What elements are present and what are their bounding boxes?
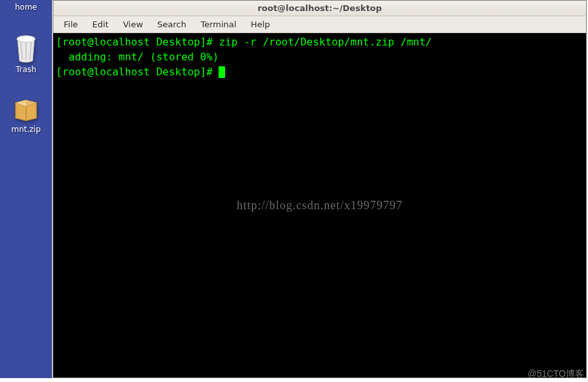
desktop-icon-trash[interactable]: Trash	[3, 34, 49, 74]
terminal-output: adding: mnt/ (stored 0%)	[56, 49, 583, 64]
window-title: root@localhost:~/Desktop	[258, 3, 382, 13]
menu-file[interactable]: File	[57, 18, 85, 31]
shell-prompt: [root@localhost Desktop]#	[56, 66, 219, 78]
menu-terminal[interactable]: Terminal	[194, 18, 243, 31]
svg-point-2	[17, 36, 35, 42]
cursor-block	[219, 66, 225, 78]
shell-command: zip -r /root/Desktop/mnt.zip /mnt/	[219, 36, 432, 48]
terminal-line: [root@localhost Desktop]#	[56, 64, 583, 79]
menu-view[interactable]: View	[116, 18, 150, 31]
menubar: File Edit View Search Terminal Help	[53, 16, 586, 33]
watermark-center: http://blog.csdn.net/x19979797	[237, 197, 403, 214]
desktop-icon-home[interactable]: home	[3, 0, 49, 12]
desktop-area: home Trash mnt.zip	[0, 0, 52, 378]
terminal-body[interactable]: [root@localhost Desktop]# zip -r /root/D…	[53, 33, 586, 377]
shell-prompt: [root@localhost Desktop]#	[56, 36, 219, 48]
desktop-icon-label: mnt.zip	[11, 125, 40, 134]
window-titlebar[interactable]: root@localhost:~/Desktop	[53, 1, 586, 16]
desktop-icon-mntzip[interactable]: mnt.zip	[3, 96, 49, 134]
desktop-icon-label: home	[15, 3, 37, 12]
desktop-icon-label: Trash	[16, 65, 36, 74]
menu-help[interactable]: Help	[244, 18, 276, 31]
menu-edit[interactable]: Edit	[86, 18, 115, 31]
menu-search[interactable]: Search	[151, 18, 193, 31]
terminal-line: [root@localhost Desktop]# zip -r /root/D…	[56, 34, 583, 49]
terminal-window: root@localhost:~/Desktop File Edit View …	[53, 0, 587, 378]
